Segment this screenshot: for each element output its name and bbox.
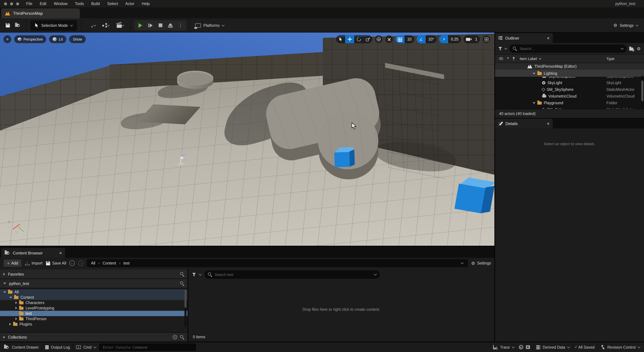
collapse-icon[interactable] xyxy=(3,283,6,284)
cmd-dropdown[interactable]: Cmd xyxy=(76,345,96,349)
selection-mode-dropdown[interactable]: Selection Mode xyxy=(30,20,77,30)
import-button[interactable]: Import xyxy=(25,261,42,265)
view-mode-dropdown[interactable]: Lit xyxy=(49,35,66,43)
snapshot-button[interactable] xyxy=(526,345,530,349)
output-log-button[interactable]: Output Log xyxy=(45,345,70,349)
expand-icon[interactable] xyxy=(3,336,5,339)
play-button[interactable] xyxy=(135,20,146,30)
asset-search-input[interactable] xyxy=(214,272,372,277)
outliner-row-thirdpersonmap[interactable]: ThirdPersonMap (Editor) xyxy=(495,63,644,70)
play-options-button[interactable]: ⋮ xyxy=(176,20,186,30)
grid-snap-toggle[interactable] xyxy=(396,35,404,43)
window-minimize-button[interactable] xyxy=(10,2,13,5)
show-dropdown[interactable]: Show xyxy=(69,35,86,43)
outliner-search[interactable] xyxy=(510,44,627,53)
world-local-toggle[interactable] xyxy=(375,35,383,43)
window-close-button[interactable] xyxy=(4,2,7,5)
breadcrumb[interactable]: All › Content › test xyxy=(87,259,468,267)
breadcrumb-test[interactable]: test xyxy=(124,261,130,265)
move-tool-button[interactable] xyxy=(345,35,354,43)
rotation-snap-toggle[interactable]: ∠ xyxy=(416,35,426,43)
breadcrumb-all[interactable]: All xyxy=(91,261,95,265)
pin-column-icon[interactable] xyxy=(512,57,515,60)
wall-block[interactable] xyxy=(383,66,446,179)
camera-speed-button[interactable] xyxy=(464,35,472,43)
scale-snap-value[interactable]: 0.25 xyxy=(448,35,461,43)
close-icon[interactable]: × xyxy=(59,251,62,255)
collapse-icon[interactable] xyxy=(3,291,6,293)
menu-build[interactable]: Build xyxy=(88,2,104,6)
grid-snap-value[interactable]: 10 xyxy=(404,35,414,43)
favorite-column-icon[interactable]: * xyxy=(507,57,509,60)
content-drawer-button[interactable]: Content Drawer xyxy=(4,345,39,349)
tree-item-thirdperson[interactable]: ThirdPerson xyxy=(0,316,188,322)
frame-skip-button[interactable] xyxy=(146,20,156,30)
search-icon[interactable] xyxy=(180,272,184,276)
expand-icon[interactable] xyxy=(533,102,535,104)
scale-tool-button[interactable] xyxy=(363,35,372,43)
surface-snapping-button[interactable] xyxy=(385,35,393,43)
back-button[interactable]: ← xyxy=(70,261,75,266)
derived-data-dropdown[interactable]: Derived Data xyxy=(536,345,570,349)
filter-icon[interactable] xyxy=(192,273,196,276)
chevron-down-icon[interactable] xyxy=(504,47,507,50)
collections-header[interactable]: Collections + xyxy=(0,332,188,342)
console-command-input[interactable] xyxy=(102,345,193,350)
blueprints-button[interactable] xyxy=(99,20,113,30)
perspective-dropdown[interactable]: Perspective xyxy=(14,35,46,43)
add-collection-icon[interactable]: + xyxy=(173,335,177,339)
expand-icon[interactable] xyxy=(533,73,535,74)
menu-tools[interactable]: Tools xyxy=(71,2,88,6)
outliner-search-input[interactable] xyxy=(519,46,619,51)
trace-dropdown[interactable]: Trace xyxy=(493,345,514,349)
revision-control-dropdown[interactable]: Revision Control xyxy=(601,345,640,349)
outliner-row-smcube-clipped[interactable]: SM_Cube StaticMeshActor xyxy=(495,106,644,109)
all-saved-button[interactable]: ✓ All Saved xyxy=(576,345,594,349)
asset-view[interactable]: Drop files here or right click to create… xyxy=(188,269,494,342)
camera-speed-value[interactable]: 1 xyxy=(472,35,480,43)
player-start-gizmo[interactable] xyxy=(177,156,186,166)
tree-item-test[interactable]: test xyxy=(0,311,188,316)
tab-thirdpersonmap[interactable]: ThirdPersonMap xyxy=(1,8,80,18)
source-control-button[interactable] xyxy=(13,20,23,30)
close-icon[interactable]: × xyxy=(547,36,550,40)
eject-button[interactable] xyxy=(166,20,176,30)
menu-edit[interactable]: Edit xyxy=(36,2,50,6)
chevron-down-icon[interactable] xyxy=(461,261,464,264)
settings-dropdown[interactable]: ⚙ Settings xyxy=(610,23,641,27)
outliner-settings-icon[interactable]: ⚙ xyxy=(637,46,641,51)
content-browser-settings-button[interactable]: ⚙ Settings xyxy=(471,261,491,265)
menu-help[interactable]: Help xyxy=(138,2,153,6)
breadcrumb-content[interactable]: Content xyxy=(103,261,116,265)
outliner-row-lighting[interactable]: Lighting xyxy=(495,70,644,77)
insights-button[interactable] xyxy=(519,345,523,349)
type-column[interactable]: Type xyxy=(606,57,614,61)
search-icon[interactable] xyxy=(180,335,184,339)
viewport-options-button[interactable]: ≡ xyxy=(3,35,12,43)
expand-icon[interactable] xyxy=(3,273,5,275)
tree-item-levelprototyping[interactable]: LevelPrototyping xyxy=(0,305,188,311)
visibility-column-icon[interactable] xyxy=(499,57,503,60)
level-viewport[interactable]: X Y ≡ Perspective Lit Show xyxy=(0,32,494,246)
forward-button[interactable]: → xyxy=(78,261,84,266)
chevron-down-icon[interactable] xyxy=(621,47,624,50)
outliner-row-skylight[interactable]: SkyLight SkyLight xyxy=(495,79,644,86)
chevron-down-icon[interactable] xyxy=(374,273,377,276)
rotate-tool-button[interactable] xyxy=(354,35,363,43)
asset-search[interactable] xyxy=(204,271,380,279)
scale-snap-toggle[interactable]: ↗ xyxy=(439,35,448,43)
item-label-column[interactable]: Item Label xyxy=(520,57,537,61)
outliner-row-skysphere[interactable]: SM_SkySphere StaticMeshActor xyxy=(495,86,644,93)
outliner-row-volumetriccloud[interactable]: VolumetricCloud VolumetricCloud xyxy=(495,93,644,100)
stop-button[interactable] xyxy=(156,20,166,30)
maximize-viewport-button[interactable] xyxy=(482,35,490,43)
add-button[interactable]: + Add xyxy=(3,259,22,267)
search-icon[interactable] xyxy=(180,282,184,286)
expand-icon[interactable] xyxy=(16,318,17,320)
chevron-down-icon[interactable] xyxy=(199,273,202,276)
project-header[interactable]: python_test xyxy=(0,279,188,288)
expand-icon[interactable] xyxy=(16,301,17,304)
expand-icon[interactable] xyxy=(16,307,17,310)
window-zoom-button[interactable] xyxy=(16,2,19,5)
tree-item-content[interactable]: Content xyxy=(0,295,188,300)
